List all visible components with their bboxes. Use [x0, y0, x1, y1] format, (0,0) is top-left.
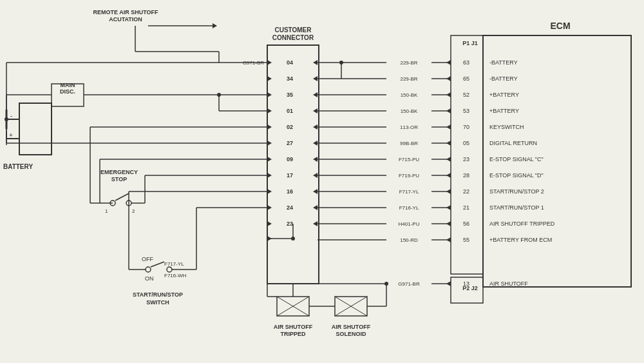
wire-99bbr: 99B-BR	[400, 141, 418, 146]
wire-f717yl: F717-YL	[399, 189, 419, 195]
pin-23: 23	[287, 221, 293, 227]
on-label: ON	[145, 275, 154, 282]
air-shutoff-tripped-label2: TRIPPED	[280, 331, 306, 337]
off-label: OFF	[142, 256, 153, 262]
customer-connector-label2: CONNECTOR	[272, 34, 314, 41]
ecm-pin-63: 63	[463, 59, 469, 66]
wire-h401pu: H401-PU	[399, 221, 420, 227]
ecm-label-battery-pos-1: +BATTERY	[489, 92, 519, 98]
svg-rect-0	[0, 0, 644, 363]
ecm-pin-23: 23	[463, 156, 469, 162]
wire-f716yl: F716-YL	[399, 205, 419, 211]
ecm-label-battery-pos-2: +BATTERY	[489, 108, 519, 114]
wire-g971br-2: G971-BR	[398, 281, 420, 287]
air-shutoff-solenoid-label: AIR SHUTOFF	[332, 324, 371, 330]
pin-09: 09	[287, 156, 293, 162]
remote-air-shutoff-label: REMOTE AIR SHUTOFF	[93, 9, 159, 15]
emergency-stop-label: EMERGENCY	[100, 169, 138, 175]
wire-150bk-2: 150-BK	[401, 108, 418, 114]
ecm-label-digital-return: DIGITAL RETURN	[489, 140, 537, 146]
svg-point-127	[384, 282, 388, 286]
ecm-pin-13: 13	[463, 280, 469, 287]
ecm-label-estop-c: E-STOP SIGNAL "C"	[489, 156, 544, 162]
pin-35: 35	[287, 92, 293, 98]
svg-text:+: +	[9, 132, 13, 139]
ecm-label-battery-from-ecm: +BATTERY FROM ECM	[489, 237, 552, 243]
start-run-stop-switch-label: START/RUN/STOP	[133, 291, 183, 298]
wire-f719pu: F719-PU	[399, 173, 419, 179]
pin-16: 16	[287, 188, 293, 195]
wire-f716wh-switch: F716-WH	[164, 273, 186, 279]
remote-air-shutoff-label2: ACUTATION	[109, 16, 142, 23]
pin-01: 01	[287, 108, 293, 114]
start-run-stop-switch-label2: SWITCH	[146, 299, 169, 306]
main-disc-label: MAIN	[61, 82, 75, 88]
pin-04: 04	[287, 59, 293, 66]
wire-229br-1: 229-BR	[400, 60, 417, 66]
wire-150bk-1: 150-BK	[401, 92, 418, 98]
p1j1-label: P1 J1	[462, 40, 478, 46]
svg-text:-: -	[10, 112, 12, 119]
pin-17: 17	[287, 172, 293, 179]
pin-24: 24	[287, 204, 293, 211]
ecm-pin-05: 05	[463, 140, 469, 146]
ecm-label-start-run-stop-1: START/RUN/STOP 1	[489, 204, 544, 211]
ecm-label-estop-d: E-STOP SIGNAL "D"	[489, 172, 544, 179]
ecm-pin-28: 28	[463, 172, 469, 179]
wire-f717yl-switch: F717-YL	[164, 261, 184, 267]
ecm-pin-55: 55	[463, 237, 469, 243]
ecm-pin-70: 70	[463, 124, 469, 130]
wire-113or: 113-OR	[400, 124, 418, 130]
ecm-label-start-run-stop-2: START/RUN/STOP 2	[489, 188, 544, 195]
ecm-pin-52: 52	[463, 92, 469, 98]
ecm-pin-53: 53	[463, 108, 469, 114]
switch-1-label: 1	[105, 208, 108, 214]
pin-27: 27	[287, 140, 293, 146]
ecm-pin-56: 56	[463, 221, 469, 227]
ecm-label-battery-neg-1: -BATTERY	[489, 59, 518, 66]
ecm-label-keyswitch: KEYSWITCH	[489, 124, 524, 130]
ecm-label-air-shutoff: AIR SHUTOFF	[489, 280, 528, 287]
main-disc-label2: DISC.	[60, 88, 75, 95]
ecm-label-battery-neg-2: -BATTERY	[489, 75, 518, 82]
wire-150rd: 150-RD	[400, 237, 418, 243]
air-shutoff-solenoid-label2: SOLENOID	[336, 331, 366, 337]
ecm-pin-21: 21	[463, 204, 469, 211]
ecm-label-air-shutoff-tripped: AIR SHUTOFF TRIPPED	[489, 221, 555, 227]
ecm-pin-22: 22	[463, 188, 469, 195]
air-shutoff-tripped-label: AIR SHUTOFF	[274, 324, 313, 330]
pin-02: 02	[287, 124, 293, 130]
customer-connector-label: CUSTOMER	[274, 26, 312, 34]
emergency-stop-label2: STOP	[111, 176, 127, 182]
wire-f715pu: F715-PU	[399, 157, 419, 162]
battery-label: BATTERY	[3, 163, 33, 170]
pin-34: 34	[287, 75, 293, 82]
ecm-pin-65: 65	[463, 75, 469, 82]
wiring-diagram: - + BATTERY MAIN DISC. REMOTE AIR SHUTOF…	[0, 0, 644, 363]
ecm-label: ECM	[550, 21, 570, 31]
switch-2-label: 2	[132, 208, 135, 214]
wire-229br-2: 229-BR	[400, 76, 417, 82]
